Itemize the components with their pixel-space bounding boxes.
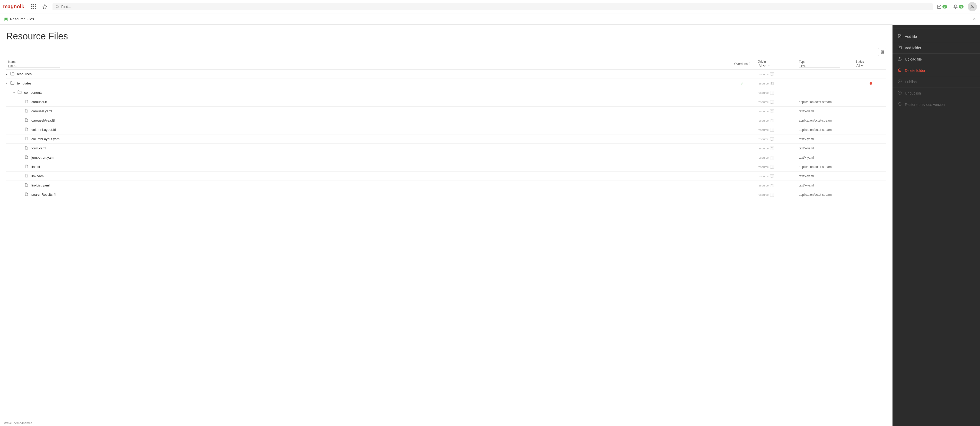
expand-icon[interactable]: ▸ [6,73,10,75]
origin-badge: { } [770,128,775,132]
action-label-add-file: Add file [905,35,917,38]
table-row[interactable]: carouselArea.ftlresource{ }application/o… [6,116,886,125]
type-cell: text/x-yaml [799,183,856,187]
main-content: Resource Files Name Overrides ? Origin A… [0,25,892,426]
action-delete-folder[interactable]: Delete folder [892,65,980,76]
origin-badge: { } [770,91,775,94]
type-cell: application/octet-stream [799,165,856,169]
folder-icon [10,72,16,77]
status-bar: /travel-demo/themes [0,420,892,426]
folder-add-icon [898,45,905,50]
status-path: /travel-demo/themes [4,421,32,425]
row-name: carousel.yaml [32,109,52,113]
file-icon [25,174,30,179]
notifications-badge: 0 [959,5,964,8]
action-upload-file[interactable]: Upload file [892,54,980,65]
origin-badge: { } [770,174,775,178]
notifications-button[interactable]: 0 [951,3,966,10]
row-name: searchResults.ftl [32,193,56,196]
close-button[interactable]: × [973,16,976,22]
search-bar[interactable] [52,3,933,10]
table-row[interactable]: form.yamlresource{ }text/x-yaml [6,144,886,153]
table-row[interactable]: carousel.ftlresource{ }application/octet… [6,97,886,107]
type-cell: application/octet-stream [799,119,856,122]
tasks-button[interactable]: 0 [935,3,949,10]
favorites-button[interactable] [39,1,51,12]
origin-cell: resource{ } [758,72,799,76]
type-cell: text/x-yaml [799,174,856,178]
origin-badge: { } [770,193,775,196]
table-row[interactable]: columnLayout.ftlresource{ }application/o… [6,125,886,134]
file-icon [25,146,30,151]
action-add-file[interactable]: Add file [892,31,980,42]
status-column-header: Status [856,60,886,63]
file-add-icon [898,34,905,39]
table-row[interactable]: linkList.yamlresource{ }text/x-yaml [6,181,886,190]
magnolia-logo[interactable]: magnolia [3,3,24,11]
type-cell: text/x-yaml [799,110,856,113]
origin-column-header: Origin [758,60,799,63]
type-cell: application/octet-stream [799,128,856,132]
file-icon [25,164,30,169]
row-name: form.yaml [32,146,46,150]
row-name: components [24,91,43,94]
origin-cell: resource{ } [758,183,799,187]
svg-point-2 [56,5,59,8]
restore-icon [898,102,905,107]
overrides-check: ✓ [727,81,758,86]
origin-badge: { } [770,165,775,169]
origin-badge: { } [770,72,775,76]
publish-icon [898,79,905,84]
table-row[interactable]: carousel.yamlresource{ }text/x-yaml [6,107,886,116]
origin-badge: { } [770,119,775,122]
name-filter-input[interactable] [8,64,60,68]
origin-badge: { } [770,183,775,187]
origin-badge: { } [770,110,775,113]
svg-rect-7 [883,52,883,53]
panel-actions: Add file Add folder Upload file Delete f… [892,29,980,112]
row-name: carousel.ftl [32,100,48,104]
action-label-add-folder: Add folder [905,46,921,50]
type-cell: application/octet-stream [799,100,856,104]
table-row[interactable]: columnLayout.yamlresource{ }text/x-yaml [6,134,886,144]
origin-cell: resource{ } [758,110,799,113]
apps-grid-button[interactable] [28,1,39,12]
table-row[interactable]: jumbotron.yamlresource{ }text/x-yaml [6,153,886,162]
status-filter-select[interactable]: All [856,64,864,68]
row-name: carouselArea.ftl [32,118,54,122]
svg-text:magnolia: magnolia [3,3,24,9]
table-row[interactable]: searchResults.ftlresource{ }application/… [6,190,886,199]
file-icon [25,99,30,104]
origin-cell: resource{ } [758,174,799,178]
table-row[interactable]: ▸ resourcesresource{ } [6,70,886,79]
upload-icon [898,57,905,62]
action-label-publish: Publish [905,80,917,84]
search-input[interactable] [61,5,929,9]
origin-cell: resourceE [758,81,799,85]
action-add-folder[interactable]: Add folder [892,42,980,54]
origin-cell: resource{ } [758,193,799,196]
row-name: resources [17,72,32,76]
table-row[interactable]: ▾ componentsresource{ } [6,88,886,97]
type-filter-input[interactable] [799,64,840,68]
table-row[interactable]: link.yamlresource{ }text/x-yaml [6,172,886,181]
user-avatar[interactable] [968,2,977,11]
origin-badge: { } [770,100,775,104]
origin-filter-select[interactable]: All [758,64,767,68]
table-row[interactable]: link.ftlresource{ }application/octet-str… [6,162,886,172]
table-row[interactable]: ▾ templates✓resourceE [6,79,886,88]
type-column-header: Type [799,60,856,64]
type-cell: text/x-yaml [799,147,856,150]
action-publish: Publish [892,76,980,88]
origin-badge: { } [770,137,775,141]
expand-icon[interactable]: ▾ [6,82,10,85]
right-panel: Folder › Add file Add folder Upload file… [892,13,980,426]
expand-icon[interactable]: ▾ [13,91,18,94]
column-settings-button[interactable] [878,48,886,56]
origin-cell: resource{ } [758,147,799,150]
type-cell: text/x-yaml [799,156,856,160]
origin-cell: resource{ } [758,165,799,169]
type-cell: application/octet-stream [799,193,856,196]
row-name: columnLayout.ftl [32,128,56,132]
row-name: columnLayout.yaml [32,137,60,141]
